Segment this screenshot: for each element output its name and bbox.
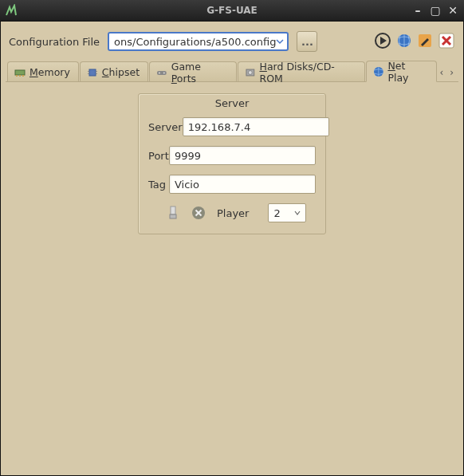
player-select[interactable]: 2 xyxy=(268,203,306,222)
connect-button[interactable] xyxy=(166,206,180,220)
port-row: Port xyxy=(148,146,316,165)
svg-rect-8 xyxy=(89,69,96,76)
tab-bar: Memory Chipset Game Ports Hard Disks/CD-… xyxy=(6,60,458,82)
tab-net-play[interactable]: Net Play xyxy=(366,61,438,82)
tab-content: Server Server Port Tag xyxy=(6,82,458,470)
server-row: Server xyxy=(148,117,316,136)
gamepad-icon xyxy=(156,67,167,78)
tab-scroll-left[interactable]: ‹ xyxy=(438,67,445,78)
svg-rect-9 xyxy=(88,71,89,72)
svg-rect-10 xyxy=(88,73,89,74)
port-input[interactable] xyxy=(169,146,316,165)
config-row: Configuration File ons/Configurations/a5… xyxy=(6,26,458,60)
app-logo-icon xyxy=(5,4,18,17)
port-label: Port xyxy=(148,150,169,162)
close-button[interactable]: ✕ xyxy=(446,4,459,17)
config-file-dropdown[interactable]: ons/Configurations/a500.config xyxy=(108,32,289,51)
config-file-value: ons/Configurations/a500.config xyxy=(114,36,276,48)
svg-point-17 xyxy=(248,70,252,74)
server-label: Server xyxy=(148,121,183,133)
groupbox-title: Server xyxy=(148,97,316,109)
tab-hard-disks[interactable]: Hard Disks/CD-ROM xyxy=(238,61,365,81)
svg-rect-19 xyxy=(171,207,175,214)
server-input[interactable] xyxy=(183,117,329,136)
player-row: Player 2 xyxy=(148,203,316,222)
app-window: G-FS-UAE – ▢ ✕ Configuration File ons/Co… xyxy=(0,0,464,476)
clear-x-icon xyxy=(191,206,206,220)
edit-button[interactable] xyxy=(417,33,433,51)
tag-input[interactable] xyxy=(169,175,316,194)
svg-point-14 xyxy=(159,72,160,73)
svg-rect-20 xyxy=(170,214,176,218)
play-icon xyxy=(374,32,391,49)
tag-row: Tag xyxy=(148,175,316,194)
window-controls: – ▢ ✕ xyxy=(411,4,459,17)
disk-icon xyxy=(245,67,256,78)
tab-game-ports[interactable]: Game Ports xyxy=(149,61,237,81)
chevron-down-icon xyxy=(294,209,301,218)
memory-icon xyxy=(14,67,26,78)
toolbar-icons xyxy=(374,32,455,52)
connector-icon xyxy=(167,206,179,220)
player-label: Player xyxy=(217,207,249,219)
config-file-label: Configuration File xyxy=(9,36,100,48)
clear-button[interactable] xyxy=(191,206,206,220)
svg-rect-12 xyxy=(96,73,97,74)
browse-button[interactable]: ... xyxy=(297,31,317,52)
delete-button[interactable] xyxy=(438,32,455,52)
ellipsis-icon: ... xyxy=(301,36,313,48)
chipset-icon xyxy=(87,67,98,78)
chevron-down-icon xyxy=(276,36,284,48)
pencil-icon xyxy=(417,33,433,49)
client-area: Configuration File ons/Configurations/a5… xyxy=(0,21,464,476)
tab-chipset[interactable]: Chipset xyxy=(80,61,148,81)
window-title: G-FS-UAE xyxy=(206,5,258,16)
svg-rect-7 xyxy=(22,75,24,77)
svg-rect-5 xyxy=(16,75,18,77)
tag-label: Tag xyxy=(148,179,169,191)
tab-memory[interactable]: Memory xyxy=(7,61,79,81)
svg-rect-6 xyxy=(19,75,21,77)
svg-rect-4 xyxy=(15,70,25,75)
play-button[interactable] xyxy=(374,32,391,52)
tab-scroll-right[interactable]: › xyxy=(448,67,455,78)
svg-rect-11 xyxy=(96,71,97,72)
globe-icon xyxy=(373,66,384,77)
titlebar: G-FS-UAE – ▢ ✕ xyxy=(0,0,464,21)
minimize-button[interactable]: – xyxy=(411,4,424,17)
tab-scroll-controls: ‹ › xyxy=(438,67,458,81)
svg-rect-13 xyxy=(157,71,167,75)
maximize-button[interactable]: ▢ xyxy=(429,4,442,17)
globe-icon xyxy=(396,33,412,49)
delete-x-icon xyxy=(438,32,455,49)
player-value: 2 xyxy=(273,207,280,219)
svg-point-15 xyxy=(163,72,165,73)
globe-button[interactable] xyxy=(396,33,412,51)
server-groupbox: Server Server Port Tag xyxy=(138,93,326,234)
